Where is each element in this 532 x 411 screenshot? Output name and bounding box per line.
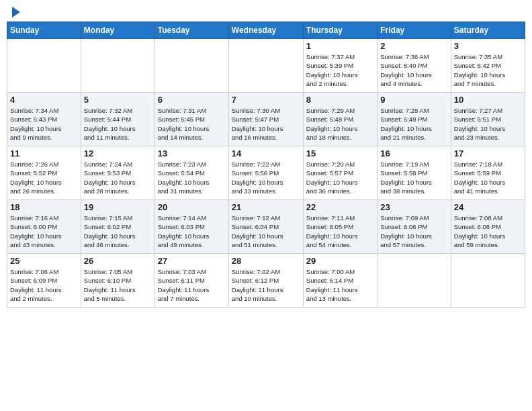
day-info: Sunrise: 7:29 AMSunset: 5:48 PMDaylight:…	[306, 106, 374, 142]
day-info: Sunrise: 7:24 AMSunset: 5:53 PMDaylight:…	[84, 160, 152, 195]
day-number: 12	[84, 148, 152, 158]
calendar-week-row: 11Sunrise: 7:26 AMSunset: 5:52 PMDayligh…	[7, 146, 525, 200]
day-number: 22	[306, 202, 374, 212]
weekday-header: Sunday	[7, 22, 81, 39]
day-info: Sunrise: 7:22 AMSunset: 5:56 PMDaylight:…	[232, 160, 300, 195]
calendar-cell: 18Sunrise: 7:16 AMSunset: 6:00 PMDayligh…	[7, 200, 81, 254]
calendar-cell: 2Sunrise: 7:36 AMSunset: 5:40 PMDaylight…	[378, 39, 451, 93]
day-number: 5	[84, 95, 152, 105]
day-info: Sunrise: 7:31 AMSunset: 5:45 PMDaylight:…	[158, 106, 226, 142]
day-number: 3	[454, 41, 522, 51]
day-info: Sunrise: 7:16 AMSunset: 6:00 PMDaylight:…	[10, 214, 78, 249]
day-number: 10	[454, 95, 522, 105]
calendar-cell: 15Sunrise: 7:20 AMSunset: 5:57 PMDayligh…	[303, 146, 377, 200]
calendar-cell	[154, 39, 228, 93]
day-number: 27	[158, 256, 226, 266]
day-info: Sunrise: 7:23 AMSunset: 5:54 PMDaylight:…	[158, 160, 226, 195]
calendar-cell: 29Sunrise: 7:00 AMSunset: 6:14 PMDayligh…	[303, 254, 377, 308]
calendar-cell: 4Sunrise: 7:34 AMSunset: 5:43 PMDaylight…	[7, 93, 81, 146]
day-number: 1	[306, 41, 374, 51]
day-number: 19	[84, 202, 152, 212]
day-info: Sunrise: 7:00 AMSunset: 6:14 PMDaylight:…	[306, 267, 374, 303]
day-info: Sunrise: 7:37 AMSunset: 5:39 PMDaylight:…	[306, 52, 374, 88]
calendar-cell	[228, 39, 303, 93]
calendar-cell: 5Sunrise: 7:32 AMSunset: 5:44 PMDaylight…	[81, 93, 154, 146]
day-info: Sunrise: 7:19 AMSunset: 5:58 PMDaylight:…	[380, 160, 447, 195]
day-number: 25	[10, 256, 78, 266]
weekday-header: Wednesday	[228, 22, 303, 39]
calendar-cell: 11Sunrise: 7:26 AMSunset: 5:52 PMDayligh…	[7, 146, 81, 200]
calendar-cell: 7Sunrise: 7:30 AMSunset: 5:47 PMDaylight…	[228, 93, 303, 146]
day-info: Sunrise: 7:36 AMSunset: 5:40 PMDaylight:…	[380, 52, 447, 88]
day-info: Sunrise: 7:26 AMSunset: 5:52 PMDaylight:…	[10, 160, 78, 195]
day-number: 18	[10, 202, 78, 212]
calendar-header-row: SundayMondayTuesdayWednesdayThursdayFrid…	[7, 22, 525, 39]
logo-arrow-icon	[12, 7, 20, 17]
calendar-cell: 19Sunrise: 7:15 AMSunset: 6:02 PMDayligh…	[81, 200, 154, 254]
day-number: 16	[380, 148, 447, 158]
calendar-week-row: 25Sunrise: 7:06 AMSunset: 6:09 PMDayligh…	[7, 254, 525, 308]
calendar-cell: 21Sunrise: 7:12 AMSunset: 6:04 PMDayligh…	[228, 200, 303, 254]
logo-blue	[9, 7, 20, 17]
day-info: Sunrise: 7:35 AMSunset: 5:42 PMDaylight:…	[454, 52, 522, 88]
calendar-cell: 1Sunrise: 7:37 AMSunset: 5:39 PMDaylight…	[303, 39, 377, 93]
calendar-cell: 24Sunrise: 7:08 AMSunset: 6:08 PMDayligh…	[451, 200, 525, 254]
calendar-cell: 22Sunrise: 7:11 AMSunset: 6:05 PMDayligh…	[303, 200, 377, 254]
calendar-cell: 20Sunrise: 7:14 AMSunset: 6:03 PMDayligh…	[154, 200, 228, 254]
day-number: 28	[232, 256, 300, 266]
day-info: Sunrise: 7:14 AMSunset: 6:03 PMDaylight:…	[158, 214, 226, 249]
day-number: 2	[380, 41, 447, 51]
calendar-cell	[451, 254, 525, 308]
calendar-cell: 3Sunrise: 7:35 AMSunset: 5:42 PMDaylight…	[451, 39, 525, 93]
calendar-cell: 28Sunrise: 7:02 AMSunset: 6:12 PMDayligh…	[228, 254, 303, 308]
calendar-cell: 6Sunrise: 7:31 AMSunset: 5:45 PMDaylight…	[154, 93, 228, 146]
day-info: Sunrise: 7:08 AMSunset: 6:08 PMDaylight:…	[454, 214, 522, 249]
day-info: Sunrise: 7:34 AMSunset: 5:43 PMDaylight:…	[10, 106, 78, 142]
day-number: 8	[306, 95, 374, 105]
day-number: 6	[158, 95, 226, 105]
day-info: Sunrise: 7:09 AMSunset: 6:06 PMDaylight:…	[380, 214, 447, 249]
day-number: 15	[306, 148, 374, 158]
day-info: Sunrise: 7:30 AMSunset: 5:47 PMDaylight:…	[232, 106, 300, 142]
day-number: 29	[306, 256, 374, 266]
calendar-cell: 12Sunrise: 7:24 AMSunset: 5:53 PMDayligh…	[81, 146, 154, 200]
day-info: Sunrise: 7:12 AMSunset: 6:04 PMDaylight:…	[232, 214, 300, 249]
day-number: 24	[454, 202, 522, 212]
weekday-header: Friday	[378, 22, 451, 39]
day-info: Sunrise: 7:27 AMSunset: 5:51 PMDaylight:…	[454, 106, 522, 142]
day-number: 4	[10, 95, 78, 105]
day-number: 11	[10, 148, 78, 158]
calendar-cell: 10Sunrise: 7:27 AMSunset: 5:51 PMDayligh…	[451, 93, 525, 146]
day-number: 9	[380, 95, 447, 105]
calendar-week-row: 4Sunrise: 7:34 AMSunset: 5:43 PMDaylight…	[7, 93, 525, 146]
calendar-cell: 25Sunrise: 7:06 AMSunset: 6:09 PMDayligh…	[7, 254, 81, 308]
day-number: 14	[232, 148, 300, 158]
day-number: 13	[158, 148, 226, 158]
day-info: Sunrise: 7:32 AMSunset: 5:44 PMDaylight:…	[84, 106, 152, 142]
day-number: 23	[380, 202, 447, 212]
day-number: 26	[84, 256, 152, 266]
page-header	[7, 7, 525, 17]
day-info: Sunrise: 7:11 AMSunset: 6:05 PMDaylight:…	[306, 214, 374, 249]
calendar-table: SundayMondayTuesdayWednesdayThursdayFrid…	[7, 21, 525, 308]
day-info: Sunrise: 7:06 AMSunset: 6:09 PMDaylight:…	[10, 267, 78, 303]
day-info: Sunrise: 7:02 AMSunset: 6:12 PMDaylight:…	[232, 267, 300, 303]
weekday-header: Saturday	[451, 22, 525, 39]
day-number: 17	[454, 148, 522, 158]
calendar-cell: 17Sunrise: 7:18 AMSunset: 5:59 PMDayligh…	[451, 146, 525, 200]
calendar-cell: 23Sunrise: 7:09 AMSunset: 6:06 PMDayligh…	[378, 200, 451, 254]
weekday-header: Monday	[81, 22, 154, 39]
calendar-cell: 16Sunrise: 7:19 AMSunset: 5:58 PMDayligh…	[378, 146, 451, 200]
calendar-cell	[81, 39, 154, 93]
calendar-cell: 14Sunrise: 7:22 AMSunset: 5:56 PMDayligh…	[228, 146, 303, 200]
calendar-cell: 26Sunrise: 7:05 AMSunset: 6:10 PMDayligh…	[81, 254, 154, 308]
calendar-cell	[378, 254, 451, 308]
calendar-cell: 13Sunrise: 7:23 AMSunset: 5:54 PMDayligh…	[154, 146, 228, 200]
calendar-cell: 27Sunrise: 7:03 AMSunset: 6:11 PMDayligh…	[154, 254, 228, 308]
day-info: Sunrise: 7:20 AMSunset: 5:57 PMDaylight:…	[306, 160, 374, 195]
day-number: 21	[232, 202, 300, 212]
day-number: 7	[232, 95, 300, 105]
weekday-header: Tuesday	[154, 22, 228, 39]
calendar-cell: 9Sunrise: 7:28 AMSunset: 5:49 PMDaylight…	[378, 93, 451, 146]
day-number: 20	[158, 202, 226, 212]
